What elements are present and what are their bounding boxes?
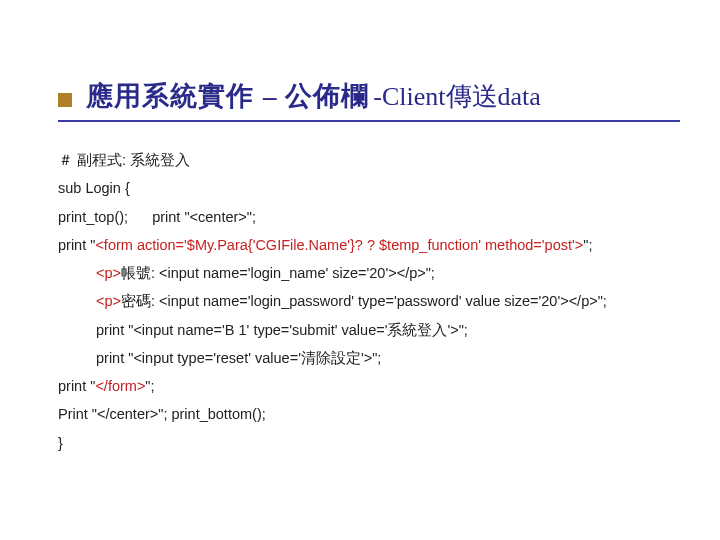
code-text: "; (145, 378, 154, 394)
slide: 應用系統實作 – 公佈欄 -Client傳送data ＃ 副程式: 系統登入 s… (0, 78, 720, 540)
code-line: <p>帳號: <input name='login_name' size='20… (58, 259, 690, 287)
code-line: print "<form action='$My.Para{'CGIFile.N… (58, 231, 690, 259)
code-line: print "</form>"; (58, 372, 690, 400)
code-red: <form action='$My.Para{'CGIFile.Name'}? … (95, 237, 583, 253)
code-text: print " (58, 378, 95, 394)
code-text: print " (58, 237, 95, 253)
code-line: ＃ 副程式: 系統登入 (58, 146, 690, 174)
code-red: <p> (96, 293, 121, 309)
code-text: 帳號: <input name='login_name' size='20'><… (121, 265, 435, 281)
code-text: 密碼: <input name='login_password' type='p… (121, 293, 607, 309)
accent-square-icon (58, 93, 72, 107)
code-line: sub Login { (58, 174, 690, 202)
code-line: print "<input name='B 1' type='submit' v… (58, 316, 690, 344)
code-text: print "<center>"; (152, 209, 256, 225)
code-text: print_top(); (58, 209, 128, 225)
code-line: print_top(); print "<center>"; (58, 203, 690, 231)
title-suffix: -Client傳送data (373, 82, 541, 111)
title-dash: – (263, 81, 277, 111)
title-part2: 公佈欄 (285, 81, 369, 111)
code-line: Print "</center>"; print_bottom(); (58, 400, 690, 428)
code-text: "; (583, 237, 592, 253)
title-bar: 應用系統實作 – 公佈欄 -Client傳送data (58, 78, 680, 122)
code-line: } (58, 429, 690, 457)
title-part1: 應用系統實作 (86, 81, 254, 111)
code-line: print "<input type='reset' value='清除設定'>… (58, 344, 690, 372)
code-red: <p> (96, 265, 121, 281)
code-block: ＃ 副程式: 系統登入 sub Login { print_top(); pri… (58, 146, 690, 457)
code-red: </form> (95, 378, 145, 394)
code-line: <p>密碼: <input name='login_password' type… (58, 287, 690, 315)
